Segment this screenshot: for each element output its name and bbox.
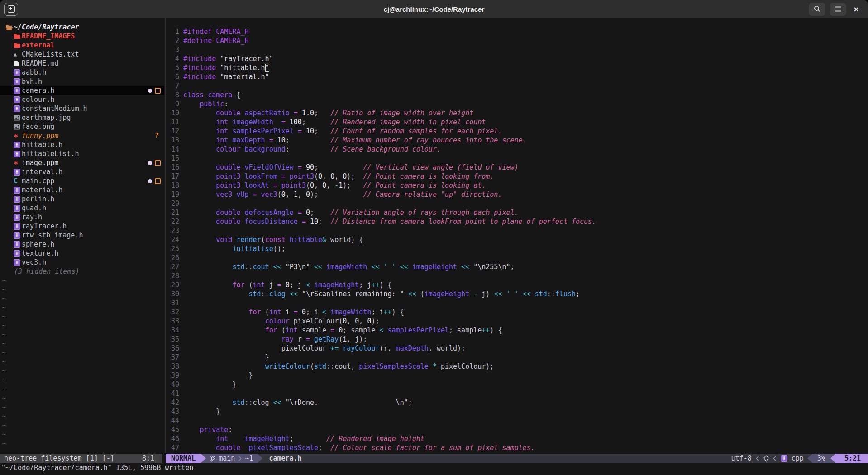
tree-item-material.h[interactable]: Hmaterial.h [0, 185, 164, 195]
tree-item-interval.h[interactable]: Hinterval.h [0, 167, 164, 176]
tree-item-hittable.h[interactable]: Hhittable.h [0, 140, 164, 149]
tree-item--code-raytracer[interactable]: ~/Code/Raytracer [0, 23, 164, 32]
tree-item-cmakelists.txt[interactable]: ▲CMakeLists.txt [0, 50, 164, 59]
code-line-42[interactable]: 42 std::clog << "\rDone. \n"; [166, 398, 868, 407]
tree-item-vec3.h[interactable]: Hvec3.h [0, 258, 164, 267]
tree-item-raytracer.h[interactable]: HrayTracer.h [0, 222, 164, 231]
empty-line-tilde: ~ [0, 421, 164, 430]
code-line-5[interactable]: 5#include "hittable.h" [166, 63, 868, 72]
tree-item-constantmedium.h[interactable]: HconstantMedium.h [0, 104, 164, 113]
line-number: 1 [166, 27, 179, 36]
code-line-6[interactable]: 6#include "material.h" [166, 72, 868, 81]
mode-indicator: NORMAL [166, 454, 201, 463]
tree-item-readme-images[interactable]: README_IMAGES [0, 32, 164, 41]
tree-item-readme.md[interactable]: README.md [0, 59, 164, 68]
image-file-icon [14, 124, 20, 130]
tree-item-funny.ppm[interactable]: *funny.ppm? [0, 131, 164, 140]
code-line-38[interactable]: 38 writeColour(std::cout, pixelSamplesSc… [166, 362, 868, 371]
code-line-22[interactable]: 22 double focusDistance = 10; // Distanc… [166, 217, 868, 226]
h-file-icon: H [14, 232, 20, 239]
tree-item-label: sphere.h [22, 240, 54, 249]
code-line-20[interactable]: 20 [166, 199, 868, 208]
unstaged-square-marker [155, 88, 161, 94]
tree-item-ray.h[interactable]: Hray.h [0, 213, 164, 222]
line-number: 24 [166, 235, 179, 244]
code-line-25[interactable]: 25 initialise(); [166, 244, 868, 253]
code-line-37[interactable]: 37 } [166, 353, 868, 362]
tree-item-face.png[interactable]: face.png [0, 122, 164, 131]
code-line-26[interactable]: 26 [166, 253, 868, 262]
line-number: 22 [166, 217, 179, 226]
code-line-41[interactable]: 41 [166, 389, 868, 398]
code-line-39[interactable]: 39 } [166, 371, 868, 380]
tree-item-image.ppm[interactable]: *image.ppm [0, 158, 164, 167]
code-line-47[interactable]: 47 double pixelSamplesScale; // Colour s… [166, 443, 868, 452]
plus-in-box-icon [8, 5, 15, 13]
code-line-4[interactable]: 4#include "rayTracer.h" [166, 54, 868, 63]
code-line-23[interactable]: 23 [166, 226, 868, 235]
tree-item-rtw-stb-image.h[interactable]: Hrtw_stb_image.h [0, 231, 164, 240]
code-line-2[interactable]: 2#define CAMERA_H [166, 36, 868, 45]
code-line-45[interactable]: 45 private: [166, 425, 868, 434]
chevron-right-icon [238, 456, 242, 461]
code-line-13[interactable]: 13 int maxDepth = 10; // Maximum number … [166, 136, 868, 145]
code-line-11[interactable]: 11 int imageWidth = 100; // Rendered ima… [166, 118, 868, 127]
tree-item-perlin.h[interactable]: Hperlin.h [0, 195, 164, 204]
code-line-43[interactable]: 43 } [166, 407, 868, 416]
code-line-40[interactable]: 40 } [166, 380, 868, 389]
code-line-27[interactable]: 27 std::cout << "P3\n" << imageWidth << … [166, 262, 868, 271]
neotree-cursor-position: 8:1 [142, 454, 154, 463]
tree-item-aabb.h[interactable]: Haabb.h [0, 68, 164, 77]
code-line-28[interactable]: 28 [166, 271, 868, 280]
search-button[interactable] [809, 3, 825, 16]
new-tab-button[interactable] [4, 3, 18, 16]
chevron-left-icon [773, 456, 777, 461]
code-line-14[interactable]: 14 colour background; // Scene backgroun… [166, 145, 868, 154]
tree-item-earthmap.jpg[interactable]: earthmap.jpg [0, 113, 164, 122]
code-line-30[interactable]: 30 std::clog << "\rScanlines remaining: … [166, 290, 868, 299]
code-line-7[interactable]: 7 [166, 81, 868, 90]
tree-item-hittablelist.h[interactable]: HhittableList.h [0, 149, 164, 158]
code-line-35[interactable]: 35 ray r = getRay(i, j); [166, 335, 868, 344]
sidebar-separator[interactable] [165, 18, 166, 454]
code-line-33[interactable]: 33 colour pixelColour(0, 0, 0); [166, 317, 868, 326]
tree-item-external[interactable]: external [0, 41, 164, 50]
tree-item-main.cpp[interactable]: Cmain.cpp [0, 176, 164, 185]
code-line-36[interactable]: 36 pixelColour += rayColour(r, maxDepth,… [166, 344, 868, 353]
code-line-44[interactable]: 44 [166, 416, 868, 425]
code-line-15[interactable]: 15 [166, 154, 868, 163]
code-line-46[interactable]: 46 int imageHeight; // Rendered image he… [166, 434, 868, 443]
tree-item-texture.h[interactable]: Htexture.h [0, 249, 164, 258]
code-line-29[interactable]: 29 for (int j = 0; j < imageHeight; j++)… [166, 280, 868, 290]
code-line-3[interactable]: 3 [166, 45, 868, 54]
tree-item--3-hidden-items-[interactable]: (3 hidden items) [0, 267, 164, 276]
code-line-34[interactable]: 34 for (int sample = 0; sample < samples… [166, 326, 868, 335]
menu-button[interactable] [830, 3, 846, 16]
tree-item-label: README.md [22, 59, 58, 68]
code-line-1[interactable]: 1#ifndef CAMERA_H [166, 27, 868, 36]
file-tree[interactable]: ~/Code/RaytracerREADME_IMAGESexternal▲CM… [0, 18, 164, 448]
code-line-8[interactable]: 8class camera { [166, 90, 868, 100]
tree-item-sphere.h[interactable]: Hsphere.h [0, 240, 164, 249]
code-line-16[interactable]: 16 double vFieldOfView = 90; // Vertical… [166, 163, 868, 172]
tree-item-camera.h[interactable]: Hcamera.h [0, 86, 164, 95]
close-button[interactable]: × [850, 3, 862, 15]
code-line-21[interactable]: 21 double defocusAngle = 0; // Variation… [166, 208, 868, 217]
tree-item-bvh.h[interactable]: Hbvh.h [0, 77, 164, 86]
code-line-10[interactable]: 10 double aspectRatio = 1.0; // Ratio of… [166, 109, 868, 118]
code-line-9[interactable]: 9 public: [166, 100, 868, 109]
line-number: 29 [166, 280, 179, 290]
tree-item-colour.h[interactable]: Hcolour.h [0, 95, 164, 104]
code-line-32[interactable]: 32 for (int i = 0; i < imageWidth; i++) … [166, 308, 868, 317]
code-editor[interactable]: 1#ifndef CAMERA_H2#define CAMERA_H34#inc… [166, 18, 868, 463]
titlebar: cj@archlinux:~/Code/Raytracer × [0, 0, 868, 19]
code-line-17[interactable]: 17 point3 lookFrom = point3(0, 0, 0); //… [166, 172, 868, 181]
h-file-icon: H [14, 259, 20, 266]
code-line-24[interactable]: 24 void render(const hittable& world) { [166, 235, 868, 244]
line-number: 18 [166, 181, 179, 190]
code-line-18[interactable]: 18 point3 lookAt = point3(0, 0, -1); // … [166, 181, 868, 190]
code-line-19[interactable]: 19 vec3 vUp = vec3(0, 1, 0); // Camera-r… [166, 190, 868, 199]
code-line-31[interactable]: 31 [166, 299, 868, 308]
code-line-12[interactable]: 12 int samplesPerPixel = 10; // Count of… [166, 127, 868, 136]
tree-item-quad.h[interactable]: Hquad.h [0, 204, 164, 213]
